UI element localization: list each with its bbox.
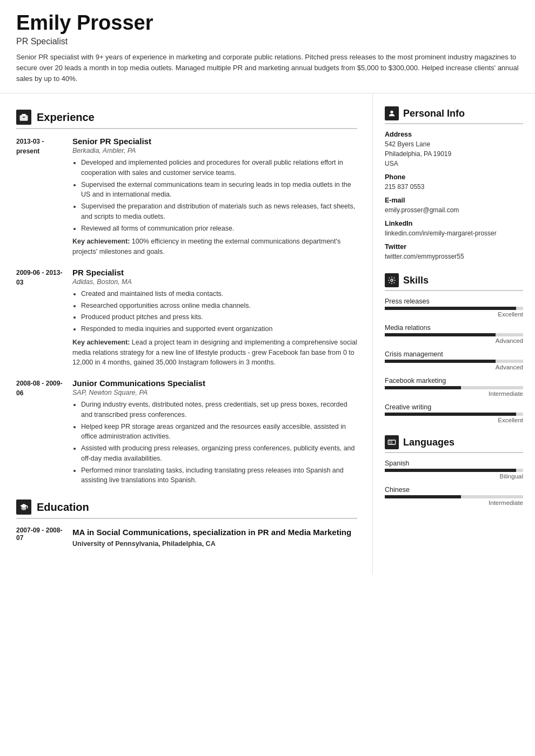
education-title: Education bbox=[37, 501, 89, 514]
language-bar-bg bbox=[385, 495, 523, 498]
skill-bar-fill bbox=[385, 386, 461, 389]
linkedin-label: LinkedIn bbox=[385, 220, 523, 227]
exp-entry-1: 2013-03 - present Senior PR Specialist B… bbox=[16, 137, 357, 257]
address-label: Address bbox=[385, 131, 523, 138]
languages-heading: Languages bbox=[385, 435, 523, 453]
skill-bar-fill bbox=[385, 413, 516, 416]
resume-header: Emily Prosser PR Specialist Senior PR sp… bbox=[0, 0, 535, 93]
edu-date-1: 2007-09 - 2008-07 bbox=[16, 526, 64, 548]
exp-company-3: SAP, Newton Square, PA bbox=[72, 389, 357, 396]
languages-section: Languages Spanish Bilingual Chinese Inte… bbox=[385, 435, 523, 506]
skill-name: Media relations bbox=[385, 324, 523, 332]
language-bar-fill bbox=[385, 469, 516, 472]
skill-item: Creative writing Excellent bbox=[385, 403, 523, 423]
language-level: Intermediate bbox=[385, 500, 523, 506]
body-wrapper: Experience 2013-03 - present Senior PR S… bbox=[0, 93, 535, 575]
language-name: Spanish bbox=[385, 460, 523, 467]
skill-level: Advanced bbox=[385, 338, 523, 344]
language-bar-fill bbox=[385, 495, 461, 498]
language-item: Spanish Bilingual bbox=[385, 460, 523, 480]
language-bar-bg bbox=[385, 469, 523, 472]
address-value: 542 Byers LanePhiladelphia, PA 19019USA bbox=[385, 139, 523, 168]
skill-level: Excellent bbox=[385, 417, 523, 423]
exp-content-1: Senior PR Specialist Berkadia, Ambler, P… bbox=[72, 137, 357, 257]
exp-company-2: Adidas, Boston, MA bbox=[72, 278, 357, 286]
svg-rect-1 bbox=[22, 114, 26, 116]
edu-title-1: MA in Social Communications, specializat… bbox=[72, 526, 351, 538]
edu-school-1: University of Pennsylvania, Philadelphia… bbox=[72, 540, 351, 548]
skills-icon bbox=[385, 273, 399, 287]
edu-entry-1: 2007-09 - 2008-07 MA in Social Communica… bbox=[16, 526, 357, 548]
experience-title: Experience bbox=[37, 111, 95, 124]
bullet: Assisted with producing press releases, … bbox=[81, 443, 357, 464]
twitter-block: Twitter twitter.com/emmyprosser55 bbox=[385, 243, 523, 261]
bullet: Reviewed all forms of communication prio… bbox=[81, 224, 357, 234]
left-column: Experience 2013-03 - present Senior PR S… bbox=[0, 93, 373, 575]
exp-entry-3: 2008-08 - 2009-06 Junior Communications … bbox=[16, 379, 357, 489]
bullet: Supervised the external communications t… bbox=[81, 180, 357, 200]
exp-achievement-1: Key achievement: 100% efficiency in meet… bbox=[72, 237, 357, 257]
address-block: Address 542 Byers LanePhiladelphia, PA 1… bbox=[385, 131, 523, 168]
exp-title-2: PR Specialist bbox=[72, 268, 357, 277]
linkedin-block: LinkedIn linkedin.com/in/emily-margaret-… bbox=[385, 220, 523, 238]
bullet: Performed minor translating tasks, inclu… bbox=[81, 465, 357, 486]
skill-bar-fill bbox=[385, 360, 496, 363]
email-value: emily.prosser@gmail.com bbox=[385, 205, 523, 215]
skill-bar-fill bbox=[385, 307, 516, 310]
bullet: Developed and implemented policies and p… bbox=[81, 158, 357, 178]
language-level: Bilingual bbox=[385, 473, 523, 480]
bullet: Produced product pitches and press kits. bbox=[81, 312, 357, 322]
skill-level: Advanced bbox=[385, 364, 523, 370]
phone-block: Phone 215 837 0553 bbox=[385, 173, 523, 192]
exp-bullets-2: Created and maintained lists of media co… bbox=[72, 289, 357, 334]
skill-item: Media relations Advanced bbox=[385, 324, 523, 344]
bullet: Responded to media inquiries and support… bbox=[81, 324, 357, 334]
summary: Senior PR specialist with 9+ years of ex… bbox=[16, 52, 519, 84]
exp-content-2: PR Specialist Adidas, Boston, MA Created… bbox=[72, 268, 357, 368]
twitter-value: twitter.com/emmyprosser55 bbox=[385, 252, 523, 261]
exp-date-2: 2009-06 - 2013-03 bbox=[16, 268, 64, 368]
bullet: Researched opportunities across online m… bbox=[81, 301, 357, 311]
svg-point-5 bbox=[391, 279, 393, 281]
svg-rect-3 bbox=[23, 117, 25, 118]
skill-item: Crisis management Advanced bbox=[385, 350, 523, 370]
language-name: Chinese bbox=[385, 486, 523, 494]
exp-date-1: 2013-03 - present bbox=[16, 137, 64, 257]
bullet: During industry events, distributed note… bbox=[81, 400, 357, 420]
skill-item: Press releases Excellent bbox=[385, 298, 523, 318]
bullet: Helped keep PR storage areas organized a… bbox=[81, 422, 357, 442]
skill-item: Facebook marketing Intermediate bbox=[385, 377, 523, 397]
education-icon bbox=[16, 500, 31, 515]
exp-date-3: 2008-08 - 2009-06 bbox=[16, 379, 64, 489]
right-column: Personal Info Address 542 Byers LanePhil… bbox=[373, 93, 535, 575]
skill-bar-bg bbox=[385, 413, 523, 416]
job-title: PR Specialist bbox=[16, 37, 519, 46]
exp-title-3: Junior Communications Specialist bbox=[72, 379, 357, 388]
exp-achievement-2: Key achievement: Lead a project team in … bbox=[72, 338, 357, 368]
languages-icon bbox=[385, 435, 399, 449]
personal-info-icon bbox=[385, 106, 399, 120]
skill-bar-bg bbox=[385, 333, 523, 336]
education-heading: Education bbox=[16, 500, 357, 519]
skill-items: Press releases Excellent Media relations… bbox=[385, 298, 523, 423]
candidate-name: Emily Prosser bbox=[16, 12, 519, 35]
language-item: Chinese Intermediate bbox=[385, 486, 523, 506]
skill-level: Intermediate bbox=[385, 390, 523, 397]
exp-bullets-3: During industry events, distributed note… bbox=[72, 400, 357, 485]
twitter-label: Twitter bbox=[385, 243, 523, 251]
exp-bullets-1: Developed and implemented policies and p… bbox=[72, 158, 357, 233]
email-block: E-mail emily.prosser@gmail.com bbox=[385, 197, 523, 215]
exp-entry-2: 2009-06 - 2013-03 PR Specialist Adidas, … bbox=[16, 268, 357, 368]
personal-info-heading: Personal Info bbox=[385, 106, 523, 124]
experience-section: Experience 2013-03 - present Senior PR S… bbox=[16, 110, 357, 489]
skill-bar-bg bbox=[385, 307, 523, 310]
skill-level: Excellent bbox=[385, 311, 523, 318]
skills-heading: Skills bbox=[385, 273, 523, 291]
phone-value: 215 837 0553 bbox=[385, 182, 523, 192]
exp-content-3: Junior Communications Specialist SAP, Ne… bbox=[72, 379, 357, 489]
linkedin-value: linkedin.com/in/emily-margaret-prosser bbox=[385, 228, 523, 238]
language-items: Spanish Bilingual Chinese Intermediate bbox=[385, 460, 523, 506]
education-section: Education 2007-09 - 2008-07 MA in Social… bbox=[16, 500, 357, 548]
bullet: Supervised the preparation and distribut… bbox=[81, 201, 357, 222]
skill-bar-bg bbox=[385, 386, 523, 389]
